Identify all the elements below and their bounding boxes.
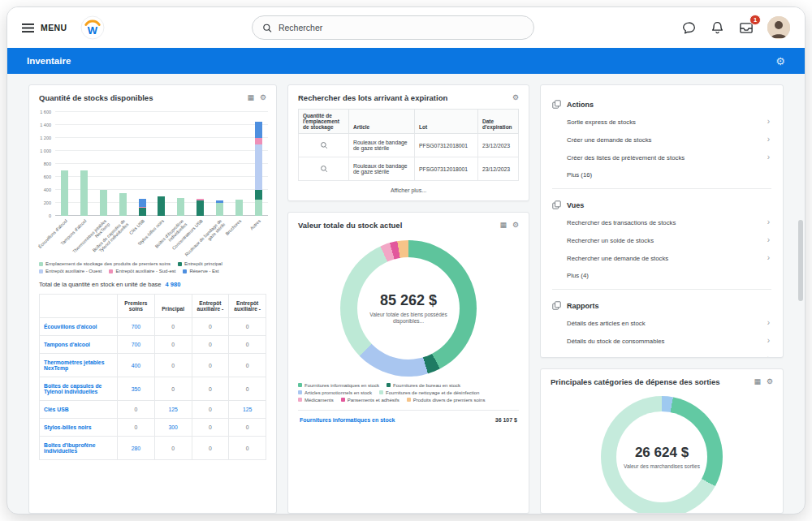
panel-link[interactable]: Détails du stock de consommables› xyxy=(552,332,771,350)
card-issue-categories: Principales catégories de dépense des so… xyxy=(540,368,784,514)
search-input[interactable] xyxy=(279,23,524,32)
menu-button[interactable]: MENU xyxy=(22,23,67,32)
quantity-cell[interactable]: 400 xyxy=(118,354,155,377)
quantity-cell[interactable]: 280 xyxy=(118,437,155,460)
legend-swatch xyxy=(39,262,43,266)
bar-column[interactable]: Boîtes de capsules de Tylenol individuel… xyxy=(113,112,132,216)
panel-link[interactable]: Solde du site de gestion des stocks› xyxy=(552,350,771,358)
quantity-cell: 0 xyxy=(154,336,192,354)
bar-column[interactable]: Boîtes d'ibuprofène individuelles xyxy=(171,112,191,216)
article-link[interactable]: Rouleaux de bandage de gaze stérile xyxy=(349,134,415,157)
quantity-cell[interactable]: 125 xyxy=(229,401,266,419)
row-search-action[interactable] xyxy=(299,134,349,157)
card-settings-icon[interactable]: ⚙ xyxy=(767,377,773,385)
page-settings-gear-icon[interactable]: ⚙ xyxy=(775,55,785,67)
legend-swatch xyxy=(407,398,411,402)
quantity-cell[interactable]: 700 xyxy=(118,318,155,336)
stock-total-value[interactable]: 4 980 xyxy=(166,281,181,288)
chart-grid-icon[interactable]: ▦ xyxy=(247,93,254,101)
quantity-cell[interactable]: 125 xyxy=(154,401,192,419)
card-settings-icon[interactable]: ⚙ xyxy=(512,93,519,101)
issue-categories-donut[interactable]: 26 624 $ Valeur des marchandises sorties xyxy=(601,396,723,514)
panel-link[interactable]: Sortie express de stocks› xyxy=(552,113,771,131)
stock-value-donut[interactable]: 85 262 $ Valeur totale des biens possédé… xyxy=(340,240,477,377)
table-header-row: Quantité de l'emplacement de stockageArt… xyxy=(299,110,519,134)
x-axis-category-label: Rouleaux de bandage de gaze stérile xyxy=(183,218,227,262)
bar-column[interactable]: Brochures xyxy=(229,112,248,216)
bar-column[interactable]: Écouvillons d'alcool xyxy=(55,112,75,216)
panel-link[interactable]: Rechercher des transactions de stocks› xyxy=(552,213,771,231)
legend-swatch xyxy=(39,269,43,273)
bar-column[interactable]: Clés USB xyxy=(132,112,152,216)
item-link[interactable]: Boîtes de capsules de Tylenol individuel… xyxy=(40,377,118,401)
bar-column[interactable]: Concentrateurs USB xyxy=(191,112,210,216)
quantity-cell[interactable]: 700 xyxy=(118,336,155,354)
quantity-cell: 0 xyxy=(154,437,192,460)
y-axis-tick-label: 400 xyxy=(44,187,51,192)
bar-column[interactable]: Tampons d'alcool xyxy=(75,112,94,216)
lot-link[interactable]: PFSG07312018001 xyxy=(415,134,478,157)
page-banner: Inventaire ⚙ xyxy=(7,48,805,74)
profile-avatar[interactable] xyxy=(767,16,790,39)
chevron-right-icon: › xyxy=(767,337,770,345)
hamburger-icon xyxy=(22,24,34,32)
chart-grid-icon[interactable]: ▦ xyxy=(754,377,761,385)
panel-link-label: Sortie express de stocks xyxy=(567,118,636,126)
card-stock-value: Valeur totale du stock actuel ▦ ⚙ 85 262… xyxy=(287,212,529,514)
footer-category-link[interactable]: Fournitures informatiques en stock xyxy=(300,417,395,423)
quantity-cell[interactable]: 300 xyxy=(154,419,192,437)
bar-column[interactable]: Autres xyxy=(248,112,268,216)
chart-grid-icon[interactable]: ▦ xyxy=(499,221,507,229)
section-icon xyxy=(552,100,561,109)
legend-label: Fournitures de bureau en stock xyxy=(393,383,460,388)
bar-column[interactable]: Thermomètres jetables NexTemp xyxy=(94,112,114,216)
app-window: MENU W xyxy=(6,6,806,515)
item-link[interactable]: Écouvillons d'alcool xyxy=(40,318,118,336)
search-bar[interactable] xyxy=(252,15,534,40)
card-settings-icon[interactable]: ⚙ xyxy=(512,221,519,229)
panel-link[interactable]: Plus (4) xyxy=(552,267,771,284)
panel-link[interactable]: Créer une demande de stocks› xyxy=(552,131,771,149)
scrollbar[interactable] xyxy=(798,82,803,509)
panel-link[interactable]: Plus (16) xyxy=(552,166,771,183)
bar-segment xyxy=(255,144,262,190)
show-more-link[interactable]: Afficher plus... xyxy=(288,181,529,200)
table-row: Écouvillons d'alcool700000 xyxy=(40,318,266,336)
bar-column[interactable]: Rouleaux de bandage de gaze stérile xyxy=(210,112,230,216)
item-link[interactable]: Thermomètres jetables NexTemp xyxy=(40,354,118,377)
row-search-action[interactable] xyxy=(299,157,349,181)
stock-quantity-table: Premiers soinsPrincipalEntrepôt auxiliai… xyxy=(39,294,266,460)
panel-link-label: Rechercher des transactions de stocks xyxy=(567,219,676,226)
inbox-button[interactable]: 1 xyxy=(738,20,754,36)
item-link[interactable]: Boîtes d'ibuprofène individuelles xyxy=(40,437,118,460)
item-link[interactable]: Tampons d'alcool xyxy=(40,336,118,354)
quantity-cell[interactable]: 350 xyxy=(118,377,155,401)
topbar: MENU W xyxy=(7,7,805,48)
card-settings-icon[interactable]: ⚙ xyxy=(260,93,266,101)
chevron-right-icon: › xyxy=(767,136,770,144)
legend-label: Réserve - Est xyxy=(189,269,218,273)
lot-link[interactable]: PFSG07312018001 xyxy=(415,157,478,181)
chat-button[interactable] xyxy=(681,20,697,36)
item-link[interactable]: Clés USB xyxy=(40,401,118,419)
legend-item: Fournitures de nettoyage et de désinfect… xyxy=(379,390,479,395)
item-link[interactable]: Stylos-billes noirs xyxy=(40,419,118,437)
quantity-cell: 0 xyxy=(229,354,266,377)
workday-logo[interactable]: W xyxy=(80,15,105,40)
bar-segment xyxy=(255,190,262,200)
panel-link[interactable]: Détails des articles en stock› xyxy=(552,314,771,332)
article-link[interactable]: Rouleaux de bandage de gaze stérile xyxy=(349,157,415,181)
column-header: Article xyxy=(349,110,415,134)
panel-link[interactable]: Rechercher un solde de stocks› xyxy=(552,231,771,249)
chevron-right-icon: › xyxy=(767,218,770,226)
panel-link[interactable]: Créer des listes de prélèvement de stock… xyxy=(552,149,771,166)
notifications-button[interactable] xyxy=(710,20,725,36)
scrollbar-thumb[interactable] xyxy=(798,220,803,301)
panel-link[interactable]: Rechercher une demande de stocks› xyxy=(552,249,771,267)
panel-link-label: Détails du stock de consommables xyxy=(567,338,664,345)
issue-categories-donut-center: 26 624 $ Valeur des marchandises sorties xyxy=(616,411,707,502)
legend-swatch xyxy=(178,262,182,266)
bell-icon xyxy=(710,20,725,36)
bar-column[interactable]: Stylos-billes noirs xyxy=(152,112,171,216)
table-row: Thermomètres jetables NexTemp400000 xyxy=(40,354,266,377)
